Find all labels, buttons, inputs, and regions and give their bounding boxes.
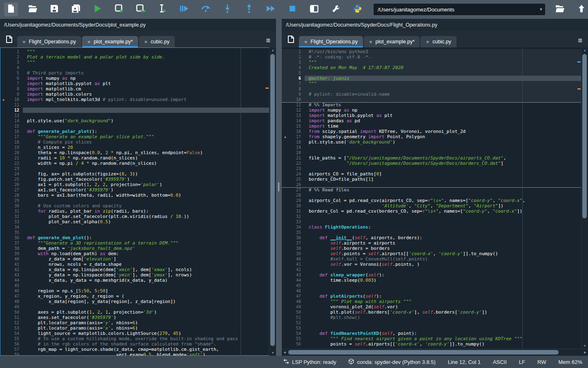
- gutter-spacer: [0, 299, 7, 304]
- scroll-flag-marker[interactable]: [265, 88, 269, 89]
- line-number: 7: [289, 81, 305, 86]
- scroll-left-arrow-icon[interactable]: ◀: [282, 349, 287, 356]
- code-editor-left[interactable]: 1"""2Plot a terrain model and a polar pl…: [0, 47, 276, 356]
- code-line: 40 #self.hull = ConvexHull(self.points): [282, 256, 581, 262]
- line-number: 47: [289, 294, 305, 299]
- chevron-down-icon[interactable]: ▼: [537, 4, 545, 15]
- preferences-button[interactable]: [329, 2, 343, 16]
- options-menu-button[interactable]: ≡: [264, 37, 273, 47]
- tab-list: ×Flight_Operations.py×plot_example.py*×c…: [17, 36, 175, 47]
- code-line: 54 def findNearestPointKD(self, point):: [282, 331, 581, 336]
- parent-directory-button[interactable]: [575, 2, 588, 16]
- new-file-button[interactable]: [4, 2, 18, 16]
- run-selection-button[interactable]: [156, 2, 169, 16]
- browse-tabs-button[interactable]: [286, 34, 296, 44]
- working-directory-combobox[interactable]: /Users/juanitagomez/Documents ▼: [374, 4, 545, 15]
- stop-button[interactable]: [285, 2, 299, 16]
- save-button[interactable]: [47, 2, 61, 16]
- gutter-spacer: [0, 352, 7, 356]
- gutter-spacer: [0, 134, 7, 139]
- run-cell-advance-button[interactable]: [134, 2, 148, 16]
- gutter-spacer: [0, 161, 7, 166]
- code-line: 23: [0, 166, 270, 171]
- step-into-button[interactable]: [220, 2, 234, 16]
- scroll-flag-marker[interactable]: [577, 61, 581, 63]
- line-number: 20: [7, 150, 23, 155]
- close-icon[interactable]: ×: [22, 39, 26, 45]
- gutter-spacer: [282, 171, 289, 177]
- gutter-spacer: [282, 235, 289, 240]
- scroll-up-arrow-icon[interactable]: ▲: [270, 47, 276, 53]
- line-number: 55: [7, 336, 23, 341]
- browse-directory-button[interactable]: [553, 2, 567, 16]
- run-file-button[interactable]: [91, 2, 105, 16]
- run-cell-icon: [115, 4, 124, 15]
- open-file-button[interactable]: [26, 2, 40, 16]
- vertical-scrollbar[interactable]: ▲ ▼: [269, 47, 276, 356]
- close-icon[interactable]: ×: [87, 39, 91, 45]
- scrollbar-thumb[interactable]: [288, 350, 559, 355]
- gutter-spacer: [0, 283, 7, 288]
- close-icon[interactable]: ×: [304, 39, 307, 45]
- vertical-scrollbar[interactable]: ▲ ▼: [581, 47, 588, 349]
- python-path-manager-button[interactable]: [350, 2, 364, 16]
- gutter-spacer: [282, 177, 289, 182]
- gutter-spacer: [282, 214, 289, 219]
- code-line: 43 y_data = np.linspace(dem['ymin'], dem…: [0, 272, 270, 278]
- step-into-icon: [224, 4, 231, 15]
- scroll-down-arrow-icon[interactable]: ▼: [581, 343, 588, 349]
- gutter-spacer: [0, 246, 7, 251]
- lsp-status[interactable]: LSP Python: ready: [283, 359, 336, 366]
- code-line: 25 fig.patch.set_facecolor('#395979'): [0, 177, 270, 182]
- editor-tab[interactable]: ×plot_example.py*: [82, 36, 138, 47]
- continue-execution-button[interactable]: [264, 2, 278, 16]
- code-line: 43 def sleep_wrapper(self):: [282, 272, 581, 278]
- scroll-down-arrow-icon[interactable]: ▼: [270, 350, 276, 356]
- line-number: 33: [289, 219, 305, 224]
- code-line: 42: [282, 267, 581, 272]
- run-cell-button[interactable]: [112, 2, 126, 16]
- options-menu-button[interactable]: ≡: [576, 37, 585, 47]
- line-number: 43: [7, 272, 23, 278]
- editor-tab[interactable]: ×cubic.py: [421, 36, 456, 47]
- line-number: 14: [289, 118, 305, 123]
- step-out-button[interactable]: [242, 2, 256, 16]
- scroll-flag-marker[interactable]: [577, 88, 581, 90]
- line-number: 45: [289, 283, 305, 288]
- maximize-pane-button[interactable]: [307, 2, 321, 16]
- pane-splitter[interactable]: [276, 19, 282, 356]
- scrollbar-thumb[interactable]: [582, 54, 587, 218]
- close-icon[interactable]: ×: [144, 39, 147, 45]
- gutter-spacer: [0, 129, 7, 134]
- gutter-spacer: [0, 118, 7, 123]
- scrollbar-thumb[interactable]: [270, 54, 275, 346]
- editor-tab[interactable]: ×cubic.py: [139, 36, 174, 47]
- browse-tabs-button[interactable]: [4, 34, 14, 44]
- debug-file-button[interactable]: [177, 2, 191, 16]
- main-toolbar: /Users/juanitagomez/Documents ▼: [0, 0, 588, 19]
- horizontal-scrollbar[interactable]: ◀ ▶: [282, 349, 588, 356]
- line-number: 25: [289, 177, 305, 182]
- code-line: ▲10import mpl_toolkits.mplot3d # pylint:…: [0, 97, 270, 102]
- code-editor-right[interactable]: 1#!/usr/bin/env python32# -*- coding: ut…: [282, 47, 588, 349]
- save-all-button[interactable]: [69, 2, 83, 16]
- close-icon[interactable]: ×: [426, 39, 429, 45]
- editor-tab[interactable]: ×Flight_Operations.py: [299, 36, 363, 47]
- line-number: 21: [7, 155, 23, 161]
- code-line: 9# pylint: disable=invalid-name: [282, 92, 581, 97]
- line-number: 1: [7, 49, 23, 54]
- code-line: 55 """ Find nearest airport given a poin…: [282, 336, 581, 341]
- conda-env-status[interactable]: conda: spyder-dev (Python 3.8.5): [348, 359, 435, 366]
- code-line: 6import numpy as np: [0, 76, 270, 81]
- step-over-button[interactable]: [199, 2, 213, 16]
- code-line: 1""": [0, 49, 270, 54]
- code-line: 20 theta = np.linspace(0.0, 2 * np.pi, n…: [0, 150, 270, 155]
- gutter-spacer: [0, 198, 7, 203]
- close-icon[interactable]: ×: [369, 39, 372, 45]
- scroll-up-arrow-icon[interactable]: ▲: [581, 47, 588, 53]
- editor-tab[interactable]: ×plot_example.py*: [364, 36, 420, 47]
- scroll-right-arrow-icon[interactable]: ▶: [582, 349, 588, 356]
- gutter-spacer: [282, 272, 289, 278]
- editor-tab[interactable]: ×Flight_Operations.py: [17, 36, 81, 47]
- gutter-spacer: [282, 113, 289, 118]
